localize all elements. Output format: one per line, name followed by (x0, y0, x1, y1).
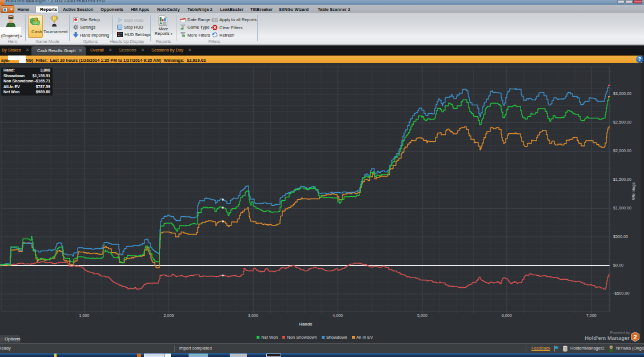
svg-text:2: 2 (633, 334, 637, 340)
svg-text:A: A (159, 21, 162, 25)
